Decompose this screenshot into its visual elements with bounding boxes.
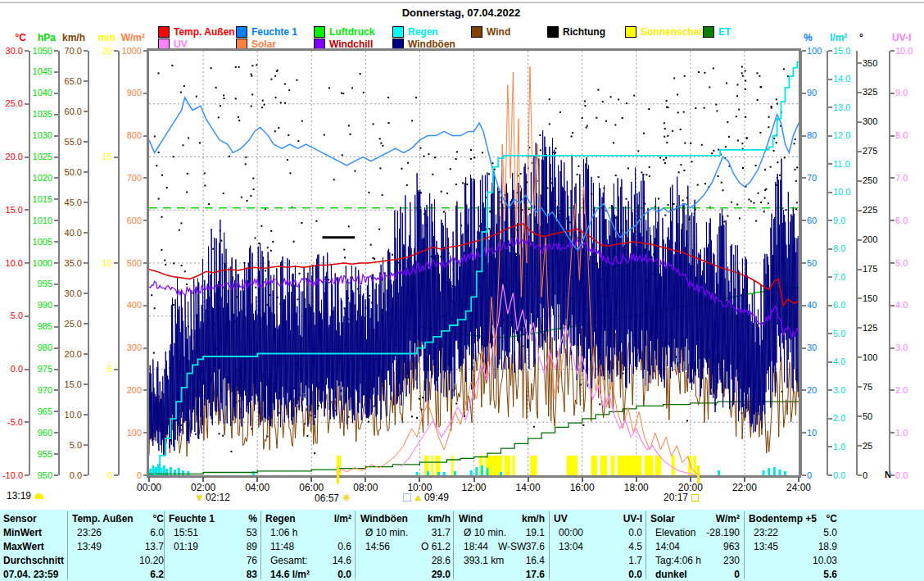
moonrise-label: 09:49 — [424, 492, 449, 503]
axis-w-m-tick-label: 300 — [111, 343, 142, 352]
axis-uv-i-unit: UV-I — [892, 33, 911, 43]
richtung-swatch-icon — [547, 26, 559, 38]
legend-item-sonnenschein: Sonnenschein — [625, 26, 708, 38]
table-col-wind-cell: 37.6 — [486, 541, 545, 553]
axis-km-h-tick-label: 25.0 — [51, 320, 82, 329]
axis-c-tick-label: 5.0 — [0, 311, 23, 320]
table-row-label: Sensor — [3, 513, 66, 525]
axis--tick — [858, 180, 862, 182]
axis-hpa-tick-label: 980 — [21, 343, 52, 352]
table-col-temp-au-en-cell: 13.7 — [105, 541, 164, 553]
axis--tick-label: 175 — [863, 265, 877, 274]
axis--tick — [802, 432, 806, 433]
moon-time-marker: 13:19 — [7, 490, 43, 502]
axis-hpa-tick-label: 985 — [21, 322, 52, 331]
axis--tick-label: 100 — [807, 47, 822, 56]
sonnenschein-swatch-icon — [625, 26, 636, 38]
axis--tick — [802, 93, 806, 94]
table-col-regen-cell: 0.0 — [292, 569, 351, 581]
axis-uv-i-tick-label: 2.0 — [895, 386, 908, 395]
axis-l-m-tick-label: 12.0 — [833, 131, 850, 140]
axis-min-tick-label: 0 — [81, 471, 112, 480]
axis-km-h-tick-label: 10.0 — [51, 411, 82, 420]
table-col-solar-cell: 230 — [681, 555, 740, 567]
table-col-feuchte-1-cell: 83 — [198, 569, 257, 581]
axis-l-m-tick-label: 14.0 — [833, 75, 850, 84]
axis--tick-label: 90 — [807, 89, 817, 98]
axis-hpa-tick — [54, 453, 58, 455]
axis--tick-label: 40 — [807, 301, 817, 310]
axis-hpa-tick — [54, 93, 58, 94]
feuchte-1-swatch-icon — [236, 26, 247, 38]
axis-hpa-tick-label: 1030 — [21, 131, 52, 140]
axis-l-m-tick-label: 9.0 — [833, 216, 845, 225]
table-col-uv-cell: 0.0 — [583, 527, 642, 539]
table-col-wind-unit: km/h — [507, 513, 545, 525]
axis-km-h-tick — [84, 293, 88, 294]
moonset-label: 02:12 — [206, 492, 230, 503]
time-label: 12:00 — [456, 482, 492, 493]
regen-swatch-icon — [392, 26, 404, 38]
axis--tick — [858, 445, 862, 447]
chart-plot-area — [147, 48, 801, 478]
axis-l-m-tick — [828, 192, 832, 193]
chart-svg — [149, 51, 799, 475]
axis-c-tick — [25, 421, 29, 423]
time-label: 04:00 — [239, 482, 275, 493]
table-col-feuchte-1-cell: 76 — [198, 555, 257, 567]
table-separator — [645, 511, 646, 579]
axis--tick — [858, 327, 862, 329]
legend-label: Feuchte 1 — [251, 26, 297, 38]
legend-label: Luftdruck — [329, 26, 374, 38]
time-label: 08:00 — [347, 482, 383, 493]
axis--tick — [858, 356, 862, 358]
axis-l-m-tick-label: 13.0 — [833, 103, 850, 112]
axis--tick — [858, 210, 862, 211]
axis-uv-i-tick — [890, 432, 895, 433]
axis--unit: ° — [859, 33, 863, 43]
axis--tick-label: 50 — [807, 259, 817, 268]
axis-hpa-tick-label: 970 — [21, 386, 52, 395]
axis-hpa-tick — [54, 284, 58, 285]
axis-l-m-tick — [828, 389, 832, 391]
axis-hpa-tick — [54, 157, 58, 158]
axis-km-h-tick-label: 45.0 — [51, 198, 82, 207]
axis-l-m-unit: l/m² — [830, 33, 847, 43]
table-separator — [67, 511, 68, 579]
axis--tick — [802, 474, 806, 476]
axis-uv-i-tick-label: 10.0 — [895, 47, 913, 56]
legend-item-feuchte-1: Feuchte 1 — [236, 26, 297, 38]
axis-uv-i-tick — [890, 220, 895, 221]
moonset-marker: ▼02:12 — [193, 492, 230, 503]
axis-uv-i-tick-label: 7.0 — [895, 174, 908, 183]
axis-l-m-tick-label: 6.0 — [833, 301, 845, 310]
axis-w-m-tick-label: 800 — [111, 131, 142, 140]
axis-uv-i-tick — [890, 177, 895, 179]
axis-l-m-tick — [828, 361, 832, 363]
legend-label: Sonnenschein — [641, 26, 708, 38]
axis-km-h-tick — [84, 414, 88, 415]
axis-l-m-tick-label: 10.0 — [833, 188, 850, 197]
axis--tick — [802, 135, 806, 137]
axis-hpa-tick-label: 950 — [21, 471, 52, 480]
axis-min-tick — [114, 157, 118, 158]
table-separator — [164, 511, 165, 579]
axis-l-m-tick — [828, 50, 832, 52]
axis-hpa-tick-label: 1015 — [21, 195, 52, 204]
table-col-solar-cell: 14:04 — [655, 541, 680, 553]
axis--tick — [802, 262, 806, 264]
axis-hpa-tick — [54, 135, 58, 137]
axis-w-m-tick-label: 100 — [111, 429, 142, 438]
axis--tick-label: 325 — [863, 88, 877, 97]
axis-uv-i-tick-label: 9.0 — [895, 89, 908, 98]
axis--tick — [858, 151, 862, 152]
axis--tick-label: 350 — [863, 59, 877, 68]
axis--tick — [858, 415, 862, 417]
table-col-feuchte-1-cell: 01:19 — [174, 541, 198, 553]
axis-c-tick-label: 30.0 — [0, 47, 23, 56]
legend-item-luftdruck: Luftdruck — [314, 26, 374, 38]
axis-l-m-tick-label: 5.0 — [833, 329, 845, 338]
axis-uv-i-tick — [890, 262, 895, 264]
axis-km-h-tick — [84, 353, 88, 355]
axis-l-m-tick-label: 4.0 — [833, 357, 845, 366]
